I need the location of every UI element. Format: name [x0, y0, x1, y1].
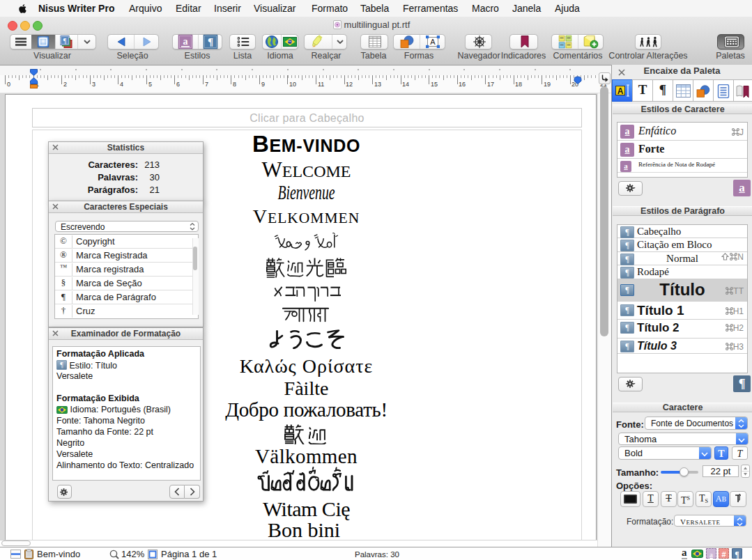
svg-text:A: A	[617, 86, 624, 95]
svg-text:a: a	[183, 36, 188, 47]
svg-text:¶: ¶	[208, 36, 213, 47]
svg-text:¶: ¶	[63, 37, 67, 45]
svg-text:A: A	[430, 38, 436, 46]
